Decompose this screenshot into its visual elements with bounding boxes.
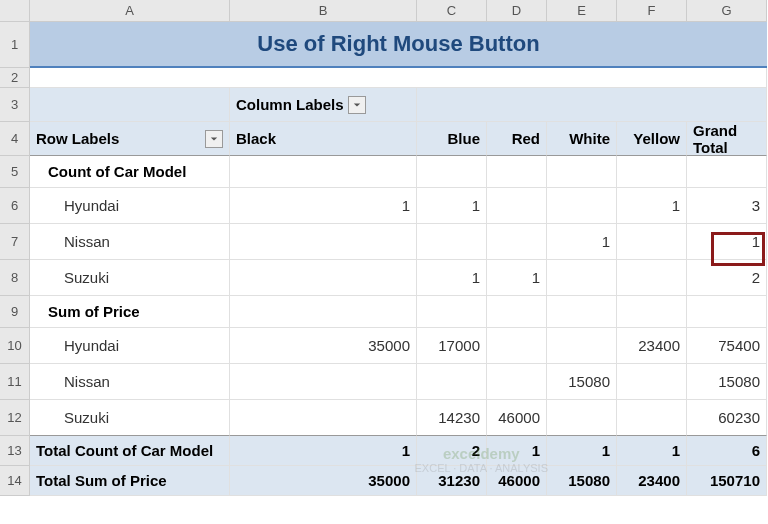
cell[interactable]: 46000 bbox=[487, 400, 547, 436]
row-header-14[interactable]: 14 bbox=[0, 466, 30, 496]
col-header-A[interactable]: A bbox=[30, 0, 230, 22]
row-label[interactable]: Nissan bbox=[30, 364, 230, 400]
row-label[interactable]: Suzuki bbox=[30, 260, 230, 296]
cell[interactable]: 15080 bbox=[547, 466, 617, 496]
cell[interactable]: 150710 bbox=[687, 466, 767, 496]
cell[interactable] bbox=[487, 296, 547, 328]
cell[interactable]: 35000 bbox=[230, 328, 417, 364]
cell[interactable] bbox=[547, 188, 617, 224]
cell[interactable] bbox=[230, 364, 417, 400]
cell[interactable] bbox=[417, 296, 487, 328]
cell[interactable]: 6 bbox=[687, 436, 767, 466]
cell[interactable]: 35000 bbox=[230, 466, 417, 496]
cell[interactable] bbox=[487, 364, 547, 400]
row-header-6[interactable]: 6 bbox=[0, 188, 30, 224]
cell[interactable] bbox=[230, 260, 417, 296]
row-label[interactable]: Nissan bbox=[30, 224, 230, 260]
cell[interactable] bbox=[487, 224, 547, 260]
cell[interactable] bbox=[30, 88, 230, 122]
cell[interactable]: 2 bbox=[417, 436, 487, 466]
col-white[interactable]: White bbox=[547, 122, 617, 156]
section-count[interactable]: Count of Car Model bbox=[30, 156, 230, 188]
cell[interactable]: 1 bbox=[617, 436, 687, 466]
cell[interactable] bbox=[417, 156, 487, 188]
row-header-2[interactable]: 2 bbox=[0, 68, 30, 88]
cell[interactable] bbox=[617, 260, 687, 296]
cell[interactable]: 1 bbox=[417, 260, 487, 296]
row-label[interactable]: Suzuki bbox=[30, 400, 230, 436]
row-header-4[interactable]: 4 bbox=[0, 122, 30, 156]
row-header-8[interactable]: 8 bbox=[0, 260, 30, 296]
cell[interactable] bbox=[230, 296, 417, 328]
cell[interactable]: 1 bbox=[617, 188, 687, 224]
cell[interactable] bbox=[617, 156, 687, 188]
col-header-D[interactable]: D bbox=[487, 0, 547, 22]
cell[interactable] bbox=[617, 296, 687, 328]
cell[interactable]: 1 bbox=[230, 436, 417, 466]
cell[interactable] bbox=[487, 328, 547, 364]
cell[interactable] bbox=[487, 188, 547, 224]
cell[interactable]: 31230 bbox=[417, 466, 487, 496]
row-header-9[interactable]: 9 bbox=[0, 296, 30, 328]
row-header-12[interactable]: 12 bbox=[0, 400, 30, 436]
cell[interactable]: 2 bbox=[687, 260, 767, 296]
cell[interactable] bbox=[547, 156, 617, 188]
cell[interactable] bbox=[617, 224, 687, 260]
col-header-F[interactable]: F bbox=[617, 0, 687, 22]
col-black[interactable]: Black bbox=[230, 122, 417, 156]
row-header-7[interactable]: 7 bbox=[0, 224, 30, 260]
col-blue[interactable]: Blue bbox=[417, 122, 487, 156]
col-red[interactable]: Red bbox=[487, 122, 547, 156]
title-cell[interactable]: Use of Right Mouse Button bbox=[30, 22, 767, 68]
cell[interactable] bbox=[417, 364, 487, 400]
section-sum[interactable]: Sum of Price bbox=[30, 296, 230, 328]
cell[interactable]: 15080 bbox=[547, 364, 617, 400]
col-yellow[interactable]: Yellow bbox=[617, 122, 687, 156]
column-labels-header[interactable]: Column Labels bbox=[230, 88, 417, 122]
cell[interactable] bbox=[230, 156, 417, 188]
cell[interactable]: 60230 bbox=[687, 400, 767, 436]
col-header-C[interactable]: C bbox=[417, 0, 487, 22]
cell[interactable]: 23400 bbox=[617, 466, 687, 496]
cell[interactable] bbox=[547, 296, 617, 328]
row-header-1[interactable]: 1 bbox=[0, 22, 30, 68]
cell[interactable] bbox=[230, 400, 417, 436]
col-header-G[interactable]: G bbox=[687, 0, 767, 22]
cell[interactable]: 1 bbox=[487, 260, 547, 296]
row-labels-dropdown[interactable] bbox=[205, 130, 223, 148]
cell[interactable] bbox=[30, 68, 767, 88]
cell[interactable]: 15080 bbox=[687, 364, 767, 400]
row-label[interactable]: Hyundai bbox=[30, 188, 230, 224]
col-header-E[interactable]: E bbox=[547, 0, 617, 22]
cell[interactable]: 46000 bbox=[487, 466, 547, 496]
row-header-3[interactable]: 3 bbox=[0, 88, 30, 122]
cell[interactable] bbox=[687, 156, 767, 188]
cell[interactable]: 1 bbox=[547, 436, 617, 466]
col-grandtotal[interactable]: Grand Total bbox=[687, 122, 767, 156]
row-header-11[interactable]: 11 bbox=[0, 364, 30, 400]
total-count-label[interactable]: Total Count of Car Model bbox=[30, 436, 230, 466]
cell[interactable]: 1 bbox=[230, 188, 417, 224]
column-labels-dropdown[interactable] bbox=[348, 96, 366, 114]
cell[interactable] bbox=[547, 328, 617, 364]
cell[interactable] bbox=[487, 156, 547, 188]
cell[interactable]: 3 bbox=[687, 188, 767, 224]
row-label[interactable]: Hyundai bbox=[30, 328, 230, 364]
col-header-B[interactable]: B bbox=[230, 0, 417, 22]
cell[interactable] bbox=[617, 364, 687, 400]
cell[interactable]: 1 bbox=[417, 188, 487, 224]
cell[interactable] bbox=[687, 296, 767, 328]
cell[interactable] bbox=[547, 400, 617, 436]
row-header-10[interactable]: 10 bbox=[0, 328, 30, 364]
cell[interactable]: 1 bbox=[487, 436, 547, 466]
cell[interactable]: 17000 bbox=[417, 328, 487, 364]
cell[interactable] bbox=[230, 224, 417, 260]
cell[interactable] bbox=[417, 88, 767, 122]
cell[interactable] bbox=[417, 224, 487, 260]
cell[interactable]: 23400 bbox=[617, 328, 687, 364]
row-header-5[interactable]: 5 bbox=[0, 156, 30, 188]
cell[interactable] bbox=[547, 260, 617, 296]
cell[interactable]: 1 bbox=[547, 224, 617, 260]
row-header-13[interactable]: 13 bbox=[0, 436, 30, 466]
row-labels-header[interactable]: Row Labels bbox=[30, 122, 230, 156]
